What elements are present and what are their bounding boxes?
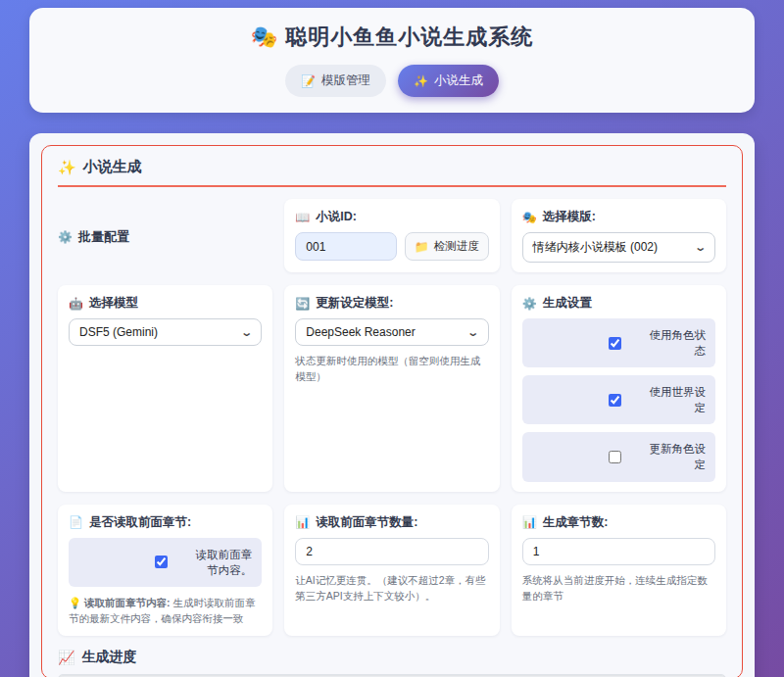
gear-icon: ⚙️ (522, 298, 537, 310)
config-row-3: 📄 是否读取前面章节: 读取前面章节内容。 💡 读取前面章节内容: 生成时读取前… (58, 505, 726, 637)
chapter-count-hint: 系统将从当前进度开始，连续生成指定数量的章节 (522, 572, 715, 604)
previous-count-label: 📊 读取前面章节数量: (295, 514, 488, 531)
section-title: ✨ 小说生成 (58, 158, 726, 187)
check-progress-button[interactable]: 📁 检测进度 (405, 232, 489, 261)
lightbulb-icon: 💡 (69, 597, 81, 608)
template-select-card: 🎭 选择模版: 情绪内核小说模板 (002) ⌄ (512, 199, 726, 272)
gear-icon: ⚙️ (58, 231, 73, 243)
template-label: 🎭 选择模版: (522, 209, 715, 225)
update-character-setting-row: 更新角色设定 (522, 432, 715, 481)
sparkles-icon: ✨ (58, 159, 76, 176)
batch-config-label: ⚙️ 批量配置 (58, 199, 272, 272)
tab-template-management[interactable]: 📝 模版管理 (285, 65, 386, 97)
read-previous-card: 📄 是否读取前面章节: 读取前面章节内容。 💡 读取前面章节内容: 生成时读取前… (58, 505, 272, 637)
update-model-card: 🔄 更新设定模型: DeepSeek Reasoner ⌄ 状态更新时使用的模型… (284, 285, 499, 492)
use-world-setting-row: 使用世界设定 (522, 375, 715, 424)
chevron-down-icon: ⌄ (694, 241, 707, 254)
novel-id-card: 📖 小说ID: 📁 检测进度 (284, 199, 499, 272)
bar-chart-icon: 📊 (295, 516, 310, 528)
update-model-select[interactable]: DeepSeek Reasoner ⌄ (295, 318, 488, 346)
tab-novel-generation[interactable]: ✨ 小说生成 (398, 65, 499, 97)
update-model-label: 🔄 更新设定模型: (295, 295, 488, 312)
read-previous-checkbox[interactable] (155, 556, 168, 568)
refresh-icon: 🔄 (295, 298, 310, 310)
previous-count-hint: 让AI记忆更连贯。（建议不超过2章，有些第三方API支持上下文较小）。 (295, 572, 488, 604)
book-icon: 📖 (295, 212, 310, 223)
use-character-state-checkbox[interactable] (609, 337, 621, 350)
chapter-count-card: 📊 生成章节数: 系统将从当前进度开始，连续生成指定数量的章节 (512, 505, 726, 637)
page-title: 🎭 聪明小鱼鱼小说生成系统 (39, 23, 745, 52)
novel-id-label: 📖 小说ID: (295, 209, 488, 225)
theater-masks-icon: 🎭 (522, 212, 537, 223)
template-select[interactable]: 情绪内核小说模板 (002) ⌄ (522, 232, 715, 263)
update-character-setting-checkbox[interactable] (609, 451, 621, 463)
main-content: ✨ 小说生成 ⚙️ 批量配置 📖 小说ID: 📁 检测进度 (29, 133, 755, 677)
use-world-setting-checkbox[interactable] (609, 394, 621, 407)
generation-settings-card: ⚙️ 生成设置 使用角色状态 使用世界设定 更新角色设定 (512, 285, 726, 492)
model-label: 🤖 选择模型 (69, 295, 262, 312)
folder-icon: 📁 (415, 241, 429, 253)
chevron-down-icon: ⌄ (467, 326, 480, 339)
model-select-card: 🤖 选择模型 DSF5 (Gemini) ⌄ (58, 285, 272, 492)
bar-chart-icon: 📊 (522, 516, 537, 528)
novel-id-input[interactable] (295, 232, 396, 261)
update-model-hint: 状态更新时使用的模型（留空则使用生成模型） (295, 353, 488, 385)
config-row-2: 🤖 选择模型 DSF5 (Gemini) ⌄ 🔄 更新设定模型: DeepSee… (58, 285, 726, 492)
document-icon: 📄 (69, 516, 83, 528)
robot-icon: 🤖 (69, 298, 83, 310)
main-tabs: 📝 模版管理 ✨ 小说生成 (285, 65, 499, 97)
sparkles-icon: ✨ (414, 75, 428, 87)
chevron-down-icon: ⌄ (240, 326, 253, 339)
config-row-1: ⚙️ 批量配置 📖 小说ID: 📁 检测进度 🎭 (58, 199, 726, 272)
chart-increasing-icon: 📈 (58, 650, 74, 665)
use-character-state-row: 使用角色状态 (522, 318, 715, 367)
chapter-count-label: 📊 生成章节数: (522, 514, 715, 531)
generation-settings-label: ⚙️ 生成设置 (522, 295, 715, 312)
app-header: 🎭 聪明小鱼鱼小说生成系统 📝 模版管理 ✨ 小说生成 (29, 8, 755, 113)
model-select[interactable]: DSF5 (Gemini) ⌄ (69, 318, 262, 346)
progress-title: 📈 生成进度 (58, 649, 726, 666)
read-previous-label: 📄 是否读取前面章节: (69, 514, 262, 531)
previous-count-card: 📊 读取前面章节数量: 让AI记忆更连贯。（建议不超过2章，有些第三方API支持… (284, 505, 499, 637)
theater-masks-icon: 🎭 (251, 24, 278, 49)
read-previous-hint: 💡 读取前面章节内容: 生成时读取前面章节的最新文件内容，确保内容衔接一致 (69, 595, 262, 627)
chapter-count-input[interactable] (522, 538, 715, 565)
read-previous-row: 读取前面章节内容。 (69, 538, 262, 587)
memo-icon: 📝 (301, 75, 316, 87)
novel-generation-panel: ✨ 小说生成 ⚙️ 批量配置 📖 小说ID: 📁 检测进度 (41, 145, 743, 677)
previous-count-input[interactable] (295, 538, 488, 565)
